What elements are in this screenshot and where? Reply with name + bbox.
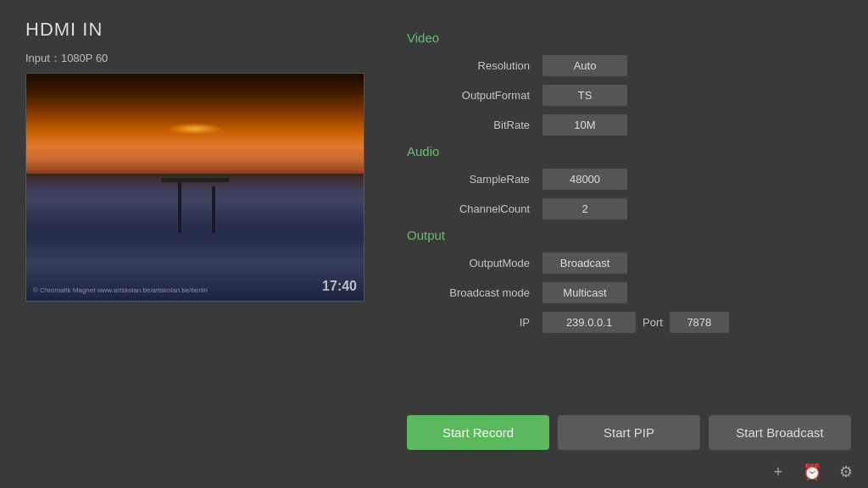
output-mode-label: OutputMode [407,257,542,269]
port-label: Port [643,316,663,329]
clock-icon[interactable]: ⏰ [803,463,821,481]
action-buttons: Start Record Start PIP Start Broadcast [407,415,851,450]
start-pip-button[interactable]: Start PIP [558,415,700,450]
sample-rate-row: SampleRate 48000 [407,169,851,190]
resolution-row: Resolution Auto [407,55,851,76]
output-format-row: OutputFormat TS [407,85,851,106]
add-icon[interactable]: + [769,463,787,481]
start-record-button[interactable]: Start Record [407,415,549,450]
ip-port-row: IP 239.0.0.1 Port 7878 [407,312,851,333]
video-background: © Chromatik Magnet www.artskolan.be/arts… [26,74,364,301]
audio-section-title: Audio [407,144,851,158]
gear-icon[interactable]: ⚙ [837,463,855,481]
broadcast-mode-row: Broadcast mode Multicast [407,282,851,303]
dock-post-left [178,182,181,233]
ip-value[interactable]: 239.0.0.1 [542,312,636,333]
input-label: Input：1080P 60 [25,51,381,66]
video-section-title: Video [407,30,851,45]
dock-post-right [212,186,215,233]
channel-count-row: ChannelCount 2 [407,198,851,219]
video-watermark: © Chromatik Magnet www.artskolan.be/arts… [33,286,208,294]
bitrate-row: BitRate 10M [407,114,851,136]
ip-label: IP [407,316,542,329]
output-format-value[interactable]: TS [542,85,627,106]
start-broadcast-button[interactable]: Start Broadcast [709,415,851,450]
broadcast-mode-label: Broadcast mode [407,286,542,299]
output-mode-value[interactable]: Broadcast [542,252,627,274]
output-mode-row: OutputMode Broadcast [407,252,851,274]
dock-horizontal [161,178,229,182]
ip-port-group: 239.0.0.1 Port 7878 [542,312,729,333]
resolution-label: Resolution [407,59,542,72]
sun-glow [170,124,220,134]
page-title: HDMI IN [25,19,103,41]
output-section-title: Output [407,228,851,242]
channel-count-label: ChannelCount [407,202,542,215]
output-format-label: OutputFormat [407,89,542,102]
bottom-toolbar: + ⏰ ⚙ [769,463,855,481]
broadcast-mode-value[interactable]: Multicast [542,282,627,303]
video-preview: © Chromatik Magnet www.artskolan.be/arts… [25,73,364,302]
sample-rate-value[interactable]: 48000 [542,169,627,190]
left-panel: Input：1080P 60 © Chromatik Magnet www.ar… [25,51,381,302]
channel-count-value[interactable]: 2 [542,198,627,219]
resolution-value[interactable]: Auto [542,55,627,76]
right-panel: Video Resolution Auto OutputFormat TS Bi… [407,25,851,341]
water-reflection [26,176,364,301]
bitrate-label: BitRate [407,119,542,131]
port-value[interactable]: 7878 [670,312,729,333]
video-time: 17:40 [322,279,357,294]
bitrate-value[interactable]: 10M [542,114,627,136]
sample-rate-label: SampleRate [407,173,542,186]
